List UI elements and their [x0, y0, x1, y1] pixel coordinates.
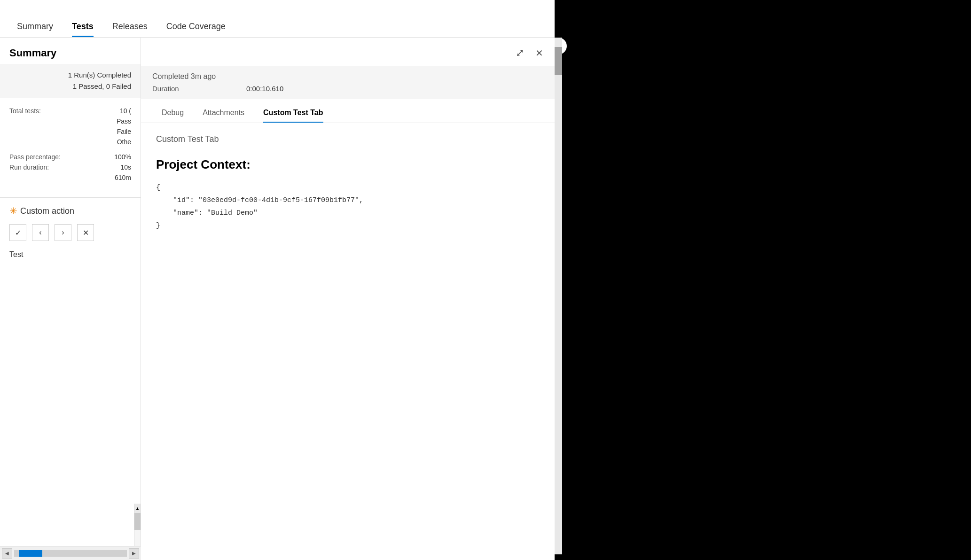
close-action-button[interactable]: ✕: [77, 224, 94, 241]
runs-completed-text: 1 Run(s) Completed: [9, 70, 131, 81]
completed-text: Completed 3m ago: [152, 72, 543, 81]
main-area: Summary Tests Releases Code Coverage Sum…: [0, 0, 555, 560]
pass-percentage-row: Pass percentage: 100%: [9, 153, 131, 161]
other-row: Othe: [9, 138, 131, 146]
inner-tab-custom-test-tab[interactable]: Custom Test Tab: [254, 103, 332, 123]
inner-tab-debug[interactable]: Debug: [152, 103, 193, 123]
asterisk-icon: ✳: [9, 205, 17, 217]
content-area: Summary 1 Run(s) Completed 1 Passed, 0 F…: [0, 38, 555, 560]
stats-section: Total tests: 10 ( Pass Faile Othe Pass p…: [0, 101, 141, 190]
pass-row: Pass: [9, 117, 131, 125]
total-tests-value: 10 (: [120, 107, 131, 115]
detail-panel: ⤢ ✕ Completed 3m ago Duration 0:00:10.61…: [141, 38, 555, 560]
hscroll-thumb[interactable]: [19, 550, 42, 557]
duration-label: Duration: [152, 85, 246, 93]
passed-failed-text: 1 Passed, 0 Failed: [9, 81, 131, 92]
tab-tests[interactable]: Tests: [64, 22, 101, 37]
vscroll-track: [134, 513, 141, 551]
runs-completed-box: 1 Run(s) Completed 1 Passed, 0 Failed: [0, 64, 141, 98]
expand-button[interactable]: ⤢: [514, 45, 526, 61]
hscroll-right-btn[interactable]: ▶: [129, 548, 139, 559]
vscroll-thumb[interactable]: [134, 513, 141, 530]
run-duration-row: Run duration: 10s: [9, 163, 131, 171]
close-icon: ✕: [535, 48, 543, 58]
duration-value: 0:00:10.610: [246, 85, 283, 93]
tab-releases[interactable]: Releases: [105, 22, 155, 37]
run-duration-label: Run duration:: [9, 163, 49, 171]
pass-percentage-label: Pass percentage:: [9, 153, 61, 161]
detail-info-bar: Completed 3m ago Duration 0:00:10.610: [141, 66, 555, 99]
detail-toolbar: ⤢ ✕: [141, 38, 555, 66]
project-context-heading: Project Context:: [156, 157, 540, 172]
action-buttons-group: ✓ ‹ › ✕: [9, 224, 131, 241]
main-scrollbar[interactable]: [555, 38, 562, 554]
duration-row: Duration 0:00:10.610: [152, 85, 543, 93]
total-tests-label: Total tests:: [9, 107, 41, 115]
custom-action-text: Custom action: [20, 206, 74, 216]
close-detail-button[interactable]: ✕: [533, 45, 545, 61]
summary-header: Summary: [0, 38, 141, 64]
run-duration2-value: 610m: [115, 174, 131, 181]
hscroll-left-btn[interactable]: ◀: [2, 548, 12, 559]
run-duration-value: 10s: [120, 163, 131, 171]
next-button[interactable]: ›: [55, 224, 71, 241]
total-tests-row: Total tests: 10 (: [9, 107, 131, 115]
inner-tab-attachments[interactable]: Attachments: [193, 103, 254, 123]
vscroll-up-btn[interactable]: ▲: [134, 504, 141, 513]
prev-button[interactable]: ‹: [32, 224, 49, 241]
bottom-scrollbar: ◀ ▶: [0, 546, 141, 560]
pass-value: Pass: [117, 117, 131, 125]
detail-content: Custom Test Tab Project Context: { "id":…: [141, 123, 555, 560]
hscroll-track: [14, 550, 127, 557]
run-duration2-row: 610m: [9, 174, 131, 181]
tab-summary[interactable]: Summary: [9, 22, 61, 37]
failed-value: Faile: [117, 128, 131, 135]
scrollbar-thumb[interactable]: [555, 47, 562, 75]
custom-test-tab-heading: Custom Test Tab: [156, 134, 540, 144]
failed-row: Faile: [9, 128, 131, 135]
expand-icon: ⤢: [516, 47, 524, 59]
json-content: { "id": "03e0ed9d-fc00-4d1b-9cf5-167f09b…: [156, 181, 540, 232]
pass-percentage-value: 100%: [114, 153, 131, 161]
top-nav: Summary Tests Releases Code Coverage: [0, 0, 555, 38]
custom-action-label: ✳ Custom action: [9, 205, 131, 217]
tab-code-coverage[interactable]: Code Coverage: [159, 22, 233, 37]
inner-tabs: Debug Attachments Custom Test Tab: [141, 103, 555, 123]
check-button[interactable]: ✓: [9, 224, 26, 241]
black-background: [555, 0, 971, 560]
left-panel: Summary 1 Run(s) Completed 1 Passed, 0 F…: [0, 38, 141, 560]
custom-action-section: ✳ Custom action ✓ ‹ › ✕ Test: [0, 197, 141, 270]
test-label: Test: [9, 250, 131, 259]
other-value: Othe: [117, 138, 131, 146]
